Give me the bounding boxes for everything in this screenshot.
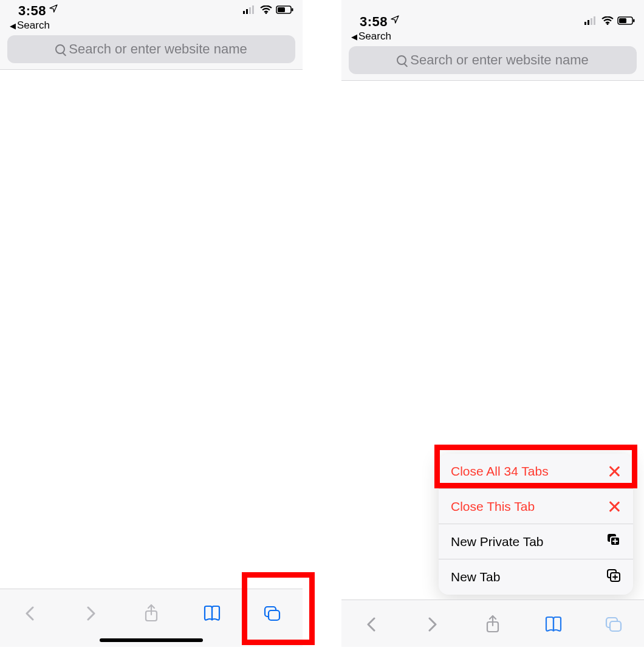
menu-label: Close All 34 Tabs — [451, 464, 549, 479]
browser-toolbar — [0, 589, 303, 647]
bookmarks-button[interactable] — [195, 601, 229, 626]
back-label: Search — [17, 19, 50, 32]
browser-toolbar — [341, 600, 644, 647]
browser-header: 3:58 — [341, 0, 644, 81]
menu-label: New Tab — [451, 570, 500, 584]
address-bar[interactable]: Search or enter website name — [7, 35, 295, 63]
svg-point-4 — [265, 12, 267, 14]
tabs-plus-icon — [606, 533, 621, 550]
address-bar[interactable]: Search or enter website name — [349, 46, 637, 74]
menu-new-private-tab[interactable]: New Private Tab — [439, 524, 633, 559]
status-bar: 3:58 — [341, 11, 644, 29]
svg-rect-2 — [249, 7, 251, 14]
address-placeholder: Search or enter website name — [69, 41, 247, 57]
close-icon — [608, 500, 621, 513]
phone-screenshot-right: 3:58 — [341, 0, 644, 647]
back-chevron-icon: ◀ — [10, 21, 16, 30]
location-icon — [390, 15, 400, 27]
svg-rect-3 — [252, 5, 254, 14]
bookmarks-button[interactable] — [536, 612, 570, 637]
status-time: 3:58 — [360, 14, 388, 30]
share-button[interactable] — [134, 601, 168, 626]
browser-header: 3:58 — [0, 0, 303, 70]
menu-close-all-tabs[interactable]: Close All 34 Tabs — [439, 454, 633, 489]
location-icon — [49, 4, 58, 16]
cellular-icon — [584, 16, 598, 27]
svg-point-16 — [607, 23, 609, 25]
svg-rect-31 — [610, 621, 621, 631]
tabs-button[interactable] — [597, 612, 631, 637]
wifi-icon — [601, 16, 614, 27]
wifi-icon — [260, 5, 272, 16]
tabs-context-menu: Close All 34 Tabs Close This Tab New Pri… — [439, 454, 633, 595]
home-indicator[interactable] — [100, 638, 203, 642]
svg-rect-12 — [584, 22, 586, 25]
close-icon — [608, 465, 621, 478]
back-to-app[interactable]: ◀ Search — [341, 29, 644, 46]
tabs-button[interactable] — [255, 601, 289, 626]
svg-rect-19 — [633, 19, 635, 22]
search-icon — [397, 55, 406, 65]
svg-rect-14 — [591, 18, 592, 25]
back-to-app[interactable]: ◀ Search — [0, 18, 303, 35]
battery-icon — [276, 5, 294, 16]
forward-button[interactable] — [415, 612, 449, 637]
svg-rect-0 — [243, 11, 245, 14]
svg-rect-1 — [246, 9, 248, 14]
status-bar: 3:58 — [0, 0, 303, 18]
svg-rect-18 — [619, 18, 626, 23]
phone-screenshot-left: 3:58 — [0, 0, 303, 647]
svg-rect-15 — [594, 16, 595, 25]
forward-button[interactable] — [74, 601, 108, 626]
back-chevron-icon: ◀ — [351, 32, 357, 41]
back-button[interactable] — [13, 601, 47, 626]
back-button[interactable] — [355, 612, 389, 637]
menu-new-tab[interactable]: New Tab — [439, 559, 633, 595]
menu-label: Close This Tab — [451, 499, 535, 514]
back-label: Search — [358, 30, 391, 43]
share-button[interactable] — [476, 612, 510, 637]
svg-rect-6 — [278, 7, 285, 12]
status-time: 3:58 — [18, 3, 46, 19]
tabs-plus-icon — [606, 569, 621, 586]
address-placeholder: Search or enter website name — [410, 52, 589, 68]
battery-icon — [617, 16, 635, 27]
menu-label: New Private Tab — [451, 535, 544, 549]
cellular-icon — [243, 5, 256, 16]
menu-close-this-tab[interactable]: Close This Tab — [439, 489, 633, 524]
svg-rect-7 — [292, 9, 293, 12]
search-icon — [55, 44, 65, 54]
page-content — [0, 70, 303, 580]
svg-rect-13 — [587, 20, 589, 25]
svg-rect-11 — [269, 610, 279, 620]
